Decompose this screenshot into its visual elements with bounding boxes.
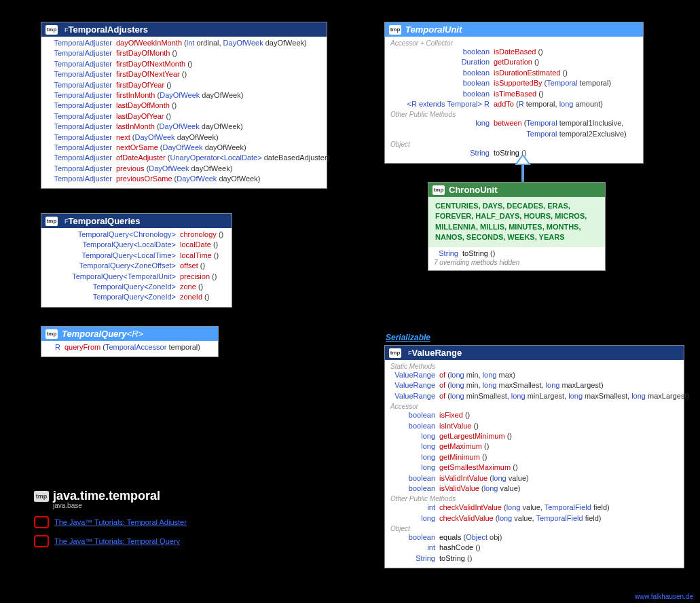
method-row: StringtoString () (390, 553, 678, 564)
method-row: TemporalAdjusterlastDayOfMonth () (47, 100, 321, 111)
method-row: longcheckValidValue (long value, Tempora… (390, 513, 678, 524)
class-title: TemporalAdjusters (69, 24, 149, 35)
hidden-note: 7 overriding methods hidden (434, 259, 600, 266)
method-row: TemporalQuery<TemporalUnit>precision () (47, 272, 226, 282)
stereotype: F (65, 218, 69, 225)
method-row: TemporalAdjusterlastDayOfYear () (47, 111, 321, 122)
method-row: longgetMinimum () (390, 452, 678, 462)
method-row: TemporalQuery<ZoneId>zoneId () (47, 292, 226, 302)
method-row: ValueRangeof (long min, long max) (390, 370, 678, 380)
class-title: ChronoUnit (449, 185, 497, 195)
method-row: TemporalQuery<ZoneOffset>offset () (47, 261, 226, 271)
method-row: longgetMaximum () (390, 441, 678, 452)
method-row: TemporalQuery<LocalTime>localTime () (47, 251, 226, 261)
class-header: tmp TemporalQuery<R> (41, 327, 218, 341)
class-icon: tmp (432, 185, 445, 195)
method-row: TemporalAdjusterlastInMonth (DayOfWeek d… (47, 122, 321, 132)
method-row: <R extends Temporal> RaddTo (R temporal,… (390, 99, 638, 109)
package-block: tmp java.time.temporal java.base The Jav… (34, 489, 187, 547)
class-icon: tmp (45, 25, 58, 35)
class-body: StringtoString ()7 overriding methods hi… (428, 247, 605, 270)
method-row: TemporalAdjusterfirstDayOfNextMonth () (47, 59, 321, 69)
method-row: booleanisSupportedBy (Temporal temporal) (390, 78, 638, 88)
method-row: TemporalQuery<Chronology>chronology () (47, 230, 226, 240)
method-row: TemporalAdjusternextOrSame (DayOfWeek da… (47, 143, 321, 153)
class-body: RqueryFrom (TemporalAccessor temporal) (41, 341, 218, 357)
method-row: TemporalQuery<LocalDate>localDate () (47, 240, 226, 250)
class-body: TemporalQuery<Chronology>chronology ()Te… (41, 228, 232, 307)
package-title: tmp java.time.temporal (34, 489, 187, 503)
class-icon: tmp (45, 329, 58, 339)
class-chrono-unit: tmp ChronoUnit CENTURIES, DAYS, DECADES,… (428, 182, 606, 271)
class-value-range: tmp F ValueRange Static MethodsValueRang… (384, 345, 684, 568)
method-row: TemporalAdjusterfirstDayOfNextYear () (47, 69, 321, 79)
class-header: tmp F ValueRange (385, 346, 684, 360)
method-row: booleanisDurationEstimated () (390, 68, 638, 78)
method-row: TemporalAdjusterfirstInMonth (DayOfWeek … (47, 90, 321, 100)
class-header: tmp TemporalUnit (385, 22, 643, 37)
method-row: TemporalAdjusterdayOfWeekInMonth (int or… (47, 38, 321, 48)
method-row: TemporalAdjusterfirstDayOfMonth () (47, 48, 321, 58)
method-row: intcheckValidIntValue (long value, Tempo… (390, 502, 678, 513)
class-temporal-queries: tmp F TemporalQueries TemporalQuery<Chro… (41, 213, 232, 308)
class-body: Static MethodsValueRangeof (long min, lo… (385, 360, 684, 568)
class-title: TemporalUnit (405, 24, 462, 35)
method-row: TemporalAdjusternext (DayOfWeek dayOfWee… (47, 132, 321, 143)
method-row: longgetSmallestMaximum () (390, 462, 678, 473)
class-header: tmp F TemporalAdjusters (41, 22, 327, 37)
class-icon: tmp (389, 25, 401, 35)
tutorial-link-1[interactable]: The Java™ Tutorials: Temporal Adjuster (34, 516, 187, 528)
package-icon: tmp (34, 491, 49, 502)
method-row: booleanisValidIntValue (long value) (390, 473, 678, 483)
class-icon: tmp (45, 217, 58, 226)
method-row: booleanisFixed () (390, 410, 678, 420)
method-row: TemporalAdjusterofDateAdjuster (UnaryOpe… (47, 153, 321, 163)
method-row: booleanisIntValue () (390, 421, 678, 431)
section-label: Accessor + Collector (390, 39, 638, 47)
method-row: TemporalAdjusterpreviousOrSame (DayOfWee… (47, 174, 321, 184)
class-header: tmp ChronoUnit (428, 183, 605, 197)
section-label: Static Methods (390, 363, 678, 370)
section-label: Object (390, 141, 638, 148)
class-temporal-adjusters: tmp F TemporalAdjusters TemporalAdjuster… (41, 22, 327, 189)
class-title: ValueRange (412, 348, 462, 358)
class-title: TemporalQueries (69, 216, 141, 226)
class-body: Accessor + CollectorbooleanisDateBased (… (385, 37, 643, 163)
method-row: longbetween (Temporal temporal1Inclusive… (390, 118, 638, 139)
serializable-label[interactable]: Serializable (386, 333, 430, 342)
section-label: Object (390, 525, 678, 532)
method-row: ValueRangeof (long min, long maxSmallest… (390, 380, 678, 390)
section-label: Accessor (390, 403, 678, 410)
method-row: TemporalAdjusterprevious (DayOfWeek dayO… (47, 164, 321, 174)
method-row: DurationgetDuration () (390, 57, 638, 67)
method-row: booleanisValidValue (long value) (390, 483, 678, 494)
method-row: longgetLargestMinimum () (390, 431, 678, 441)
method-row: booleanisDateBased () (390, 47, 638, 57)
stereotype: F (65, 26, 69, 33)
method-row: StringtoString () (390, 148, 638, 158)
class-title: TemporalQuery<R> (62, 329, 143, 339)
class-header: tmp F TemporalQueries (41, 214, 232, 228)
method-row: booleanequals (Object obj) (390, 532, 678, 543)
tutorial-link-2[interactable]: The Java™ Tutorials: Temporal Query (34, 535, 187, 547)
stereotype: F (408, 350, 412, 357)
section-label: Other Public Methods (390, 111, 638, 118)
method-row: ValueRangeof (long minSmallest, long min… (390, 391, 678, 401)
method-row: TemporalAdjusterfirstDayOfYear () (47, 80, 321, 90)
method-row: StringtoString () (434, 249, 600, 259)
class-temporal-query: tmp TemporalQuery<R> RqueryFrom (Tempora… (41, 326, 219, 357)
class-temporal-unit: tmp TemporalUnit Accessor + Collectorboo… (384, 22, 644, 164)
method-row: TemporalQuery<ZoneId>zone () (47, 282, 226, 292)
class-icon: tmp (389, 348, 401, 358)
oracle-icon (34, 535, 49, 547)
section-label: Other Public Methods (390, 495, 678, 502)
method-row: booleanisTimeBased () (390, 89, 638, 99)
method-row: inthashCode () (390, 543, 678, 553)
method-row: RqueryFrom (TemporalAccessor temporal) (47, 342, 213, 352)
enum-constants: CENTURIES, DAYS, DECADES, ERAS, FOREVER,… (428, 197, 605, 247)
oracle-icon (34, 516, 49, 528)
class-body: TemporalAdjusterdayOfWeekInMonth (int or… (41, 37, 327, 188)
footer-link[interactable]: www.falkhausen.de (635, 593, 693, 600)
